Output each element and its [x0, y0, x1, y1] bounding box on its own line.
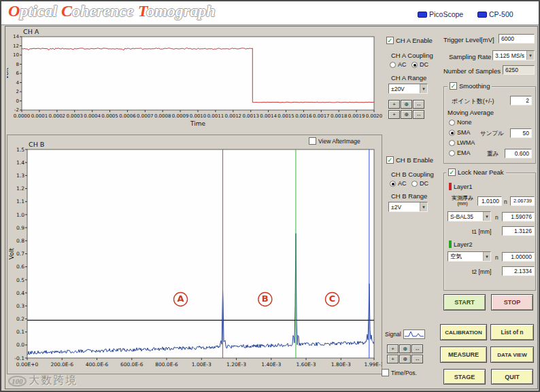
radio-icon [449, 120, 455, 126]
list-of-n-button[interactable]: List of n [490, 324, 534, 340]
svg-text:1.1: 1.1 [16, 198, 24, 204]
measure-button[interactable]: MEASURE [440, 346, 487, 363]
lock-near-peak-checkbox[interactable]: ✓ Lock Near Peak [446, 168, 506, 176]
cha-range-select[interactable]: ±20V ▼ [388, 84, 428, 94]
checkbox-icon: ✓ [382, 369, 389, 376]
data-view-button[interactable]: DATA VIEW [490, 346, 534, 363]
start-button[interactable]: START [443, 294, 486, 310]
cha-coupling-dc-radio[interactable]: DC [411, 61, 428, 68]
svg-text:600.0E-6: 600.0E-6 [120, 361, 144, 368]
glass-select[interactable]: S-BAL35 ▼ [448, 211, 491, 221]
number-of-samples-value: 6250 [503, 65, 535, 75]
cha-graph-palette-row2: + ⊕ ↔ [388, 110, 424, 119]
stop-button[interactable]: STOP [491, 294, 533, 310]
cha-dc-label: DC [420, 61, 428, 68]
svg-text:0.1: 0.1 [16, 329, 24, 335]
stage-button[interactable]: STAGE [443, 369, 486, 385]
zoom-tool-button[interactable]: ⊕ [401, 100, 412, 109]
title-text: ptical [20, 2, 61, 20]
weight-input[interactable]: 0.600 [505, 149, 532, 158]
chb-chart[interactable]: CH B1.51.41.31.21.11.00.90.80.70.60.50.4… [7, 135, 382, 385]
svg-text:0.5: 0.5 [16, 277, 24, 283]
n3-label: n [495, 254, 499, 261]
cha-enable-checkbox[interactable]: ✓ CH A Enable [386, 37, 433, 44]
svg-text:0.0015: 0.0015 [277, 113, 294, 119]
ma-ema-radio[interactable]: EMA [449, 149, 471, 156]
svg-text:A: A [177, 293, 184, 304]
pan-tool-button[interactable]: ↔ [411, 355, 423, 363]
pan-tool-button[interactable]: ↔ [413, 110, 424, 119]
svg-text:CH B: CH B [29, 141, 44, 148]
svg-text:10: 10 [13, 52, 19, 58]
ma-lwma-radio[interactable]: LWMA [449, 139, 475, 146]
chb-coupling-ac-radio[interactable]: AC [390, 180, 407, 187]
layer2-label: Layer2 [454, 241, 473, 248]
chevron-down-icon: ▼ [420, 84, 427, 93]
cursor-tool-button[interactable]: + [388, 100, 400, 109]
pan-tool-button[interactable]: ↔ [411, 344, 423, 353]
trigger-level-input[interactable]: 6000 [499, 34, 535, 43]
lock-near-peak-label: Lock Near Peak [458, 168, 504, 176]
svg-text:1.4: 1.4 [16, 160, 24, 166]
moving-average-label: Moving Average [448, 109, 494, 116]
zoom-tool-button[interactable]: ⊕ [401, 110, 412, 119]
radio-icon [390, 181, 396, 187]
svg-text:1.60E-3: 1.60E-3 [297, 361, 316, 368]
sample-count-input[interactable]: 50 [510, 128, 532, 138]
radio-icon [449, 130, 455, 136]
cursor-tool-button[interactable]: + [388, 110, 400, 119]
svg-text:1.2: 1.2 [16, 185, 24, 192]
signal-plot-style-icon[interactable] [403, 329, 425, 339]
medium-value: 空気 [448, 253, 483, 261]
header: Optical Coherence Tomograph PicoScope CP… [1, 1, 539, 25]
svg-text:0.0019: 0.0019 [348, 113, 365, 119]
time-pos-checkbox[interactable]: ✓ Time/Pos. [382, 369, 417, 376]
svg-text:1.0: 1.0 [16, 212, 24, 218]
radio-icon [449, 150, 455, 156]
pan-tool-button[interactable]: ↔ [413, 100, 424, 109]
zoom-tool-button[interactable]: ⊕ [399, 344, 411, 353]
zoom-tool-button[interactable]: ⊕ [399, 355, 411, 363]
cha-coupling-ac-radio[interactable]: AC [390, 61, 407, 68]
title-accent: O [8, 2, 20, 20]
sampling-rate-select[interactable]: 3.125 MS/s ▼ [492, 50, 535, 60]
watermark-text: 大数跨境 [29, 374, 78, 388]
svg-text:1.20E-3: 1.20E-3 [226, 361, 246, 368]
points-input[interactable]: 2 [510, 96, 532, 105]
layer2-legend: Layer2 [449, 240, 473, 248]
view-afterimage-checkbox[interactable]: ✓ View AfterImage [309, 137, 360, 145]
svg-text:0.0018: 0.0018 [331, 113, 348, 119]
svg-text:CH A: CH A [23, 28, 39, 35]
view-afterimage-label: View AfterImage [318, 138, 360, 145]
cursor-tool-button[interactable]: + [387, 344, 399, 353]
medium-select[interactable]: 空気 ▼ [448, 251, 491, 262]
svg-text:12: 12 [13, 43, 19, 49]
chb-coupling-dc-radio[interactable]: DC [411, 180, 428, 187]
svg-text:0.9: 0.9 [16, 225, 24, 231]
svg-text:-0.1: -0.1 [14, 355, 24, 361]
quit-button[interactable]: QUIT [491, 369, 533, 385]
chb-range-select[interactable]: ±2V ▼ [388, 202, 428, 212]
measured-thickness-input[interactable]: 1.0100 [477, 196, 502, 206]
measured-thickness-label: 実測厚み (mm) [448, 194, 477, 206]
title-text: omograph [146, 2, 215, 20]
thickness-unit: (mm) [448, 201, 477, 206]
layer1-color-icon [449, 183, 452, 190]
ma-sma-label: SMA [457, 129, 471, 136]
trigger-level-label: Trigger Level[mV] [443, 36, 494, 43]
ma-none-radio[interactable]: None [449, 119, 472, 126]
svg-text:0.0007: 0.0007 [137, 113, 154, 119]
svg-text:0.0009: 0.0009 [172, 113, 189, 119]
radio-icon [411, 62, 418, 68]
ma-sma-radio[interactable]: SMA [449, 129, 471, 136]
chb-enable-checkbox[interactable]: ✓ CH B Enable [386, 156, 433, 164]
cursor-tool-button[interactable]: + [387, 355, 399, 363]
signal-legend: Signal [385, 329, 425, 339]
oct-window: Optical Coherence Tomograph PicoScope CP… [0, 0, 540, 392]
cha-chart[interactable]: CH A14121086420-20.00000.00010.00020.000… [7, 27, 382, 135]
watermark-logo: 100 [8, 376, 27, 387]
calibration-button[interactable]: CALIBRATION [440, 324, 487, 340]
picoscope-indicator: PicoScope [418, 10, 463, 18]
smoothing-checkbox[interactable]: ✓ Smoothing [448, 82, 492, 90]
title-text: oherence [72, 2, 138, 20]
